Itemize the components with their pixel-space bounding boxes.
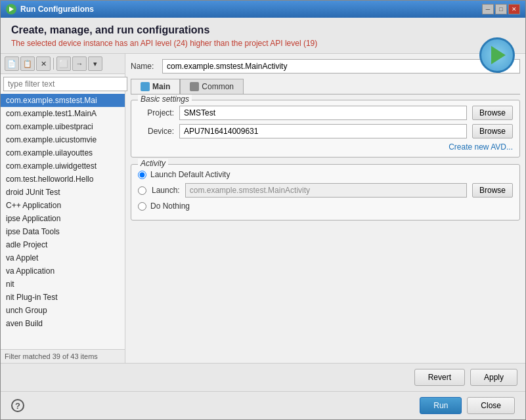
sidebar-item[interactable]: droid JUnit Test [1,186,125,199]
project-row: Project: Browse [138,106,513,120]
svg-marker-0 [9,7,14,12]
header-title: Create, manage, and run configurations [11,24,515,36]
sidebar-item[interactable]: aven Build [1,317,125,330]
device-label: Device: [138,127,174,136]
header-subtitle: The selected device instance has an API … [11,39,515,48]
apply-button[interactable]: Apply [470,369,517,386]
sidebar-item[interactable]: com.example.uilayouttes [1,146,125,159]
sidebar-item[interactable]: ipse Data Tools [1,225,125,238]
tabs-bar: Main Common [131,79,520,94]
maximize-button[interactable]: □ [495,4,507,14]
sidebar-item[interactable]: va Applet [1,251,125,264]
device-browse-button[interactable]: Browse [472,124,513,138]
sidebar-item[interactable]: com.test.helloworld.Hello [1,173,125,186]
launch-label: Launch: [152,186,180,195]
toolbar-separator [53,58,54,70]
help-button[interactable]: ? [11,399,24,412]
main-content: 📄 📋 ✕ ⬜ → ▾ com.example.smstest.Maicom.e… [1,54,525,363]
filter-button[interactable]: ⬜ [56,56,71,71]
launch-radio[interactable] [138,186,146,195]
sidebar-item[interactable]: nit Plug-in Test [1,291,125,304]
create-avd-link[interactable]: Create new AVD... [449,142,513,152]
sidebar-item[interactable]: ipse Application [1,212,125,225]
footer-buttons: Run Close [420,397,515,414]
sidebar-item[interactable]: com.example.uibestpraci [1,120,125,133]
title-bar: Run Configurations ─ □ ✕ [1,1,525,18]
launch-default-radio[interactable] [138,171,146,179]
basic-settings-title: Basic settings [138,94,192,104]
header-area: Create, manage, and run configurations T… [1,18,525,54]
title-bar-left: Run Configurations [6,4,94,14]
tab-main-label: Main [152,82,170,91]
sidebar-item[interactable]: va Application [1,264,125,278]
launch-browse-button[interactable]: Browse [472,183,513,198]
run-configurations-window: Run Configurations ─ □ ✕ Create, manage,… [0,0,526,420]
launch-input[interactable] [185,183,467,198]
sidebar-list: com.example.smstest.Maicom.example.test1… [1,94,125,349]
sidebar-item[interactable]: com.example.uiwidgettest [1,159,125,173]
new-config-button[interactable]: 📄 [5,56,19,71]
app-icon [6,4,16,14]
android-icon [141,82,150,91]
sidebar-toolbar: 📄 📋 ✕ ⬜ → ▾ [1,54,125,74]
sidebar-item[interactable]: C++ Application [1,199,125,212]
sidebar-item[interactable]: com.example.uicustomvie [1,133,125,146]
bottom-bar: Revert Apply [1,363,525,391]
run-icon[interactable] [479,37,515,73]
sidebar-item[interactable]: adle Project [1,238,125,251]
close-button[interactable]: Close [467,397,515,414]
minimize-button[interactable]: ─ [482,4,494,14]
common-icon [190,82,199,91]
close-window-button[interactable]: ✕ [508,4,520,14]
sidebar-item[interactable]: com.example.test1.MainA [1,107,125,120]
launch-row: Launch: Browse [138,183,513,198]
create-avd-link-container: Create new AVD... [138,142,513,152]
right-panel: Name: Main Common Basic settings Project… [125,54,525,363]
sidebar: 📄 📋 ✕ ⬜ → ▾ com.example.smstest.Maicom.e… [1,54,125,363]
do-nothing-radio[interactable] [138,202,146,211]
name-input[interactable] [162,59,520,74]
title-bar-controls: ─ □ ✕ [482,4,520,14]
activity-title: Activity [138,159,168,168]
footer-bar: ? Run Close [1,391,525,419]
tab-common[interactable]: Common [180,79,244,94]
revert-button[interactable]: Revert [414,369,465,386]
basic-settings-group: Basic settings Project: Browse Device: B… [131,100,520,158]
launch-default-row: Launch Default Activity [138,170,513,179]
activity-group: Activity Launch Default Activity Launch:… [131,164,520,220]
sidebar-footer: Filter matched 39 of 43 items [1,349,125,363]
window-title: Run Configurations [20,5,94,14]
filter-input[interactable] [3,77,127,91]
tab-main[interactable]: Main [131,79,180,94]
tab-common-label: Common [202,82,234,91]
sidebar-item[interactable]: nit [1,278,125,291]
copy-config-button[interactable]: 📋 [20,56,35,71]
launch-default-label: Launch Default Activity [150,170,230,179]
project-input[interactable] [179,106,467,120]
project-browse-button[interactable]: Browse [472,106,513,120]
sidebar-item[interactable]: unch Group [1,304,125,317]
do-nothing-row: Do Nothing [138,201,513,211]
device-input[interactable] [179,124,467,138]
more-button[interactable]: ▾ [88,56,102,71]
project-label: Project: [138,108,174,117]
do-nothing-label: Do Nothing [150,201,190,211]
name-row: Name: [131,59,520,74]
run-button[interactable]: Run [420,397,462,414]
export-button[interactable]: → [72,56,87,71]
name-label: Name: [131,62,157,71]
sidebar-item[interactable]: com.example.smstest.Mai [1,94,125,107]
device-row: Device: Browse [138,124,513,138]
delete-config-button[interactable]: ✕ [36,56,51,71]
